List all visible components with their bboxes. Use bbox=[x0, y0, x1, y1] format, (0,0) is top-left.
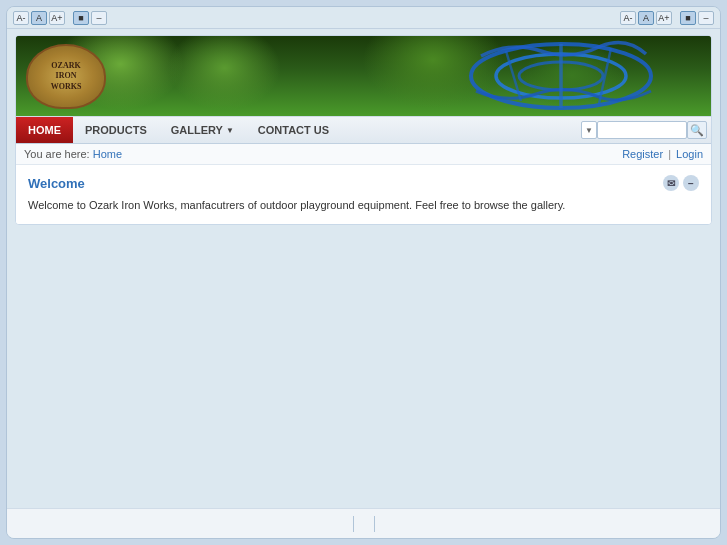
logo-line3: WORKS bbox=[51, 82, 82, 92]
breadcrumb: You are here: Home bbox=[24, 148, 122, 160]
article-body: Welcome to Ozark Iron Works, manfacutrer… bbox=[28, 197, 699, 214]
footer-divider-2 bbox=[374, 516, 375, 532]
nav-item-contact[interactable]: CONTACT US bbox=[246, 117, 341, 143]
browser-frame: A- A A+ ■ – A- A A+ ■ – bbox=[6, 6, 721, 539]
logo-line2: IRON bbox=[56, 71, 77, 81]
breadcrumb-home-link[interactable]: Home bbox=[93, 148, 122, 160]
logo-line1: OZARK bbox=[51, 61, 80, 71]
search-icon: 🔍 bbox=[690, 124, 704, 137]
search-dropdown-arrow: ▼ bbox=[585, 126, 593, 135]
dash-btn-left[interactable]: – bbox=[91, 11, 107, 25]
blue-sculpture bbox=[451, 36, 671, 116]
nav-search-area: ▼ 🔍 bbox=[581, 121, 711, 139]
email-article-icon[interactable]: ✉ bbox=[663, 175, 679, 191]
breadcrumb-prefix: You are here: bbox=[24, 148, 90, 160]
main-content: OZARK IRON WORKS HOME PRODUCTS GALLERY ▼… bbox=[15, 35, 712, 225]
top-toolbar: A- A A+ ■ – A- A A+ ■ – bbox=[7, 7, 720, 29]
hero-banner: OZARK IRON WORKS bbox=[16, 36, 711, 116]
font-normal-btn-left[interactable]: A bbox=[31, 11, 47, 25]
font-increase-btn-left[interactable]: A+ bbox=[49, 11, 65, 25]
minus-icon-glyph: − bbox=[688, 178, 694, 189]
font-decrease-btn-right[interactable]: A- bbox=[620, 11, 636, 25]
svg-line-5 bbox=[599, 48, 611, 104]
nav-item-gallery[interactable]: GALLERY ▼ bbox=[159, 117, 246, 143]
right-toolbar-group: A- A A+ ■ – bbox=[620, 11, 714, 25]
article-icons: ✉ − bbox=[663, 175, 699, 191]
gallery-dropdown-arrow: ▼ bbox=[226, 126, 234, 135]
minimize-article-icon[interactable]: − bbox=[683, 175, 699, 191]
article-title-text: Welcome bbox=[28, 176, 85, 191]
article-header: Welcome ✉ − bbox=[28, 175, 699, 191]
login-link[interactable]: Login bbox=[676, 148, 703, 160]
search-dropdown-btn[interactable]: ▼ bbox=[581, 121, 597, 139]
article-area: Welcome ✉ − Welcome to Ozark Iron Works,… bbox=[16, 165, 711, 224]
left-toolbar-group: A- A A+ ■ – bbox=[13, 11, 107, 25]
register-link[interactable]: Register bbox=[622, 148, 663, 160]
search-button[interactable]: 🔍 bbox=[687, 121, 707, 139]
nav-products-label: PRODUCTS bbox=[85, 124, 147, 136]
nav-gallery-label: GALLERY bbox=[171, 124, 223, 136]
font-increase-btn-right[interactable]: A+ bbox=[656, 11, 672, 25]
nav-item-products[interactable]: PRODUCTS bbox=[73, 117, 159, 143]
footer-area bbox=[7, 508, 720, 538]
breadcrumb-bar: You are here: Home Register | Login bbox=[16, 144, 711, 165]
contrast-btn-right[interactable]: ■ bbox=[680, 11, 696, 25]
nav-item-home[interactable]: HOME bbox=[16, 117, 73, 143]
auth-separator: | bbox=[668, 148, 671, 160]
font-decrease-btn-left[interactable]: A- bbox=[13, 11, 29, 25]
site-logo: OZARK IRON WORKS bbox=[26, 44, 106, 109]
contrast-btn-left[interactable]: ■ bbox=[73, 11, 89, 25]
email-icon-glyph: ✉ bbox=[667, 178, 675, 189]
nav-home-label: HOME bbox=[28, 124, 61, 136]
font-normal-btn-right[interactable]: A bbox=[638, 11, 654, 25]
nav-contact-label: CONTACT US bbox=[258, 124, 329, 136]
footer-divider-1 bbox=[353, 516, 354, 532]
auth-links: Register | Login bbox=[622, 148, 703, 160]
dash-btn-right[interactable]: – bbox=[698, 11, 714, 25]
search-input[interactable] bbox=[597, 121, 687, 139]
nav-bar: HOME PRODUCTS GALLERY ▼ CONTACT US ▼ 🔍 bbox=[16, 116, 711, 144]
